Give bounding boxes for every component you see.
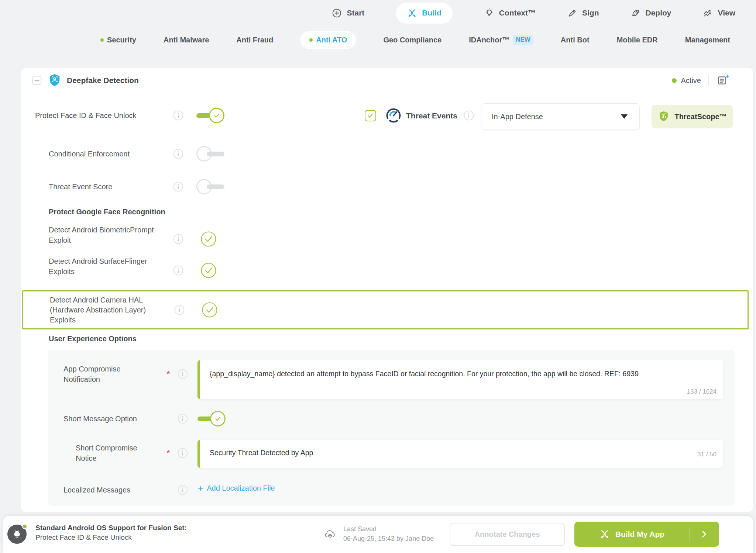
protect-faceid-label: Protect Face ID & Face Unlock [35, 111, 137, 121]
nav-item-context[interactable]: Context™ [484, 8, 536, 18]
nav-label: Build [422, 8, 441, 17]
threat-events-mode-select[interactable]: In-App Defense [481, 103, 640, 130]
info-icon[interactable] [463, 110, 474, 121]
nav-label: Deploy [646, 8, 671, 17]
build-button-label: Build My App [615, 530, 664, 539]
toggle-bar [207, 152, 224, 156]
divider [708, 75, 709, 86]
required-asterisk: * [167, 449, 170, 457]
nav-label: Start [347, 8, 364, 17]
subnav-item-geo-compliance[interactable]: Geo Compliance [383, 36, 441, 44]
info-icon[interactable] [177, 447, 188, 459]
subnav-item-anti-fraud[interactable]: Anti Fraud [236, 36, 273, 44]
new-badge: NEW [513, 35, 533, 45]
nav-label: View [718, 8, 735, 17]
card-header: Deepfake Detection Active [21, 68, 753, 93]
selected-value: In-App Defense [492, 113, 621, 121]
detect-camera-hal-row-highlighted: Detect Android Camera HAL (Hardware Abst… [22, 290, 749, 329]
chevron-right-icon [699, 529, 709, 539]
deepfake-shield-icon [48, 73, 62, 87]
threatscope-label: ThreatScope™ [674, 113, 726, 121]
android-icon [11, 529, 23, 540]
detect-biometricprompt-label: Detect Android BiometricPrompt Exploit [49, 225, 171, 245]
nav-item-sign[interactable]: Sign [567, 8, 599, 18]
info-icon[interactable] [177, 413, 188, 424]
app-compromise-textarea[interactable]: {app_display_name} detected an attempt t… [210, 370, 664, 387]
nav-item-deploy[interactable]: Deploy [631, 8, 671, 18]
conditional-enforcement-toggle[interactable] [196, 146, 224, 162]
card-title: Deepfake Detection [67, 76, 139, 85]
subnav-item-security[interactable]: Security [100, 36, 136, 44]
subnav-item-anti-bot[interactable]: Anti Bot [561, 36, 590, 44]
info-icon[interactable] [173, 148, 184, 159]
nav-label: Sign [582, 8, 599, 17]
toggle-bar [207, 184, 224, 189]
pen-icon [567, 8, 577, 18]
subnav-label: Anti Malware [164, 36, 209, 44]
subnav-label: Anti ATO [316, 36, 347, 44]
chevron-down-icon [621, 114, 628, 119]
card-header-right: Active [672, 74, 729, 87]
nav-label: Context™ [499, 8, 536, 17]
fusion-icon [599, 529, 610, 539]
detect-biometricprompt-check[interactable] [201, 231, 216, 247]
short-message-toggle[interactable] [197, 411, 226, 426]
android-active-dot [22, 524, 27, 529]
build-my-app-button[interactable]: Build My App [574, 522, 719, 547]
annotate-changes-button[interactable]: Annotate Changes [450, 523, 565, 546]
active-dot [309, 38, 313, 42]
cloud-saved-icon [323, 528, 337, 541]
subnav-label: Security [107, 36, 136, 44]
threatscope-button[interactable]: ThreatScope™ [652, 105, 733, 128]
build-footer: Standard Android OS Support for Fusion S… [3, 516, 753, 553]
info-icon[interactable] [173, 234, 184, 245]
info-icon[interactable] [174, 304, 185, 315]
short-compromise-input[interactable] [210, 449, 668, 457]
subnav-label: Geo Compliance [383, 36, 441, 44]
nav-item-start[interactable]: Start [332, 8, 364, 18]
status-badge: Active [681, 76, 701, 85]
add-localization-link[interactable]: + Add Localization File [197, 484, 275, 492]
add-note-icon[interactable] [716, 74, 729, 87]
detect-camera-hal-label: Detect Android Camera HAL (Hardware Abst… [50, 295, 172, 325]
google-face-section-header: Protect Google Face Recognition [49, 207, 165, 217]
threat-event-score-toggle[interactable] [196, 179, 224, 194]
ux-section-header: User Experience Options [49, 334, 137, 344]
info-icon[interactable] [173, 181, 184, 192]
threat-events-label: Threat Events [406, 111, 457, 121]
fusion-icon [407, 8, 417, 18]
nav-item-view[interactable]: View [703, 8, 735, 18]
last-saved-label: Last Saved [343, 525, 377, 533]
subnav-label: Anti Bot [561, 36, 590, 44]
info-icon[interactable] [173, 110, 184, 121]
app-compromise-field: {app_display_name} detected an attempt t… [197, 360, 723, 399]
ux-options-panel: App Compromise Notification * {app_displ… [48, 350, 735, 506]
conditional-enforcement-label: Conditional Enforcement [49, 149, 130, 159]
subnav-item-idanchor[interactable]: IDAnchor™NEW [469, 35, 533, 45]
rocket-icon [631, 8, 641, 18]
subnav-label: Management [685, 36, 730, 44]
collapse-icon[interactable] [32, 76, 42, 85]
fusion-set-subtitle: Protect Face ID & Face Unlock [35, 533, 132, 542]
subnav-item-anti-ato[interactable]: Anti ATO [300, 31, 356, 49]
add-localization-label: Add Localization File [207, 484, 275, 492]
threatscope-shield-icon [657, 110, 670, 123]
info-icon[interactable] [177, 484, 188, 495]
primary-nav: Start Build Context™ Sign Deploy View [0, 0, 756, 26]
subnav-label: Mobile EDR [617, 36, 658, 44]
info-icon[interactable] [173, 265, 184, 276]
subnav-item-management[interactable]: Management [685, 36, 730, 44]
subnav-item-anti-malware[interactable]: Anti Malware [164, 36, 209, 44]
plus-circle-icon [332, 8, 342, 18]
detect-camera-hal-check[interactable] [202, 302, 217, 318]
subnav-item-mobile-edr[interactable]: Mobile EDR [617, 36, 658, 44]
info-icon[interactable] [177, 369, 188, 380]
nav-item-build[interactable]: Build [396, 3, 453, 24]
active-dot [100, 38, 104, 42]
last-saved-value: 06-Aug-25, 15:43 by Jane Doe [343, 535, 434, 543]
toggle-knob [210, 411, 226, 426]
detect-surfaceflinger-check[interactable] [201, 263, 216, 278]
threat-events-checkbox[interactable] [365, 110, 376, 121]
protect-faceid-toggle[interactable] [196, 108, 224, 123]
required-asterisk: * [167, 370, 170, 378]
